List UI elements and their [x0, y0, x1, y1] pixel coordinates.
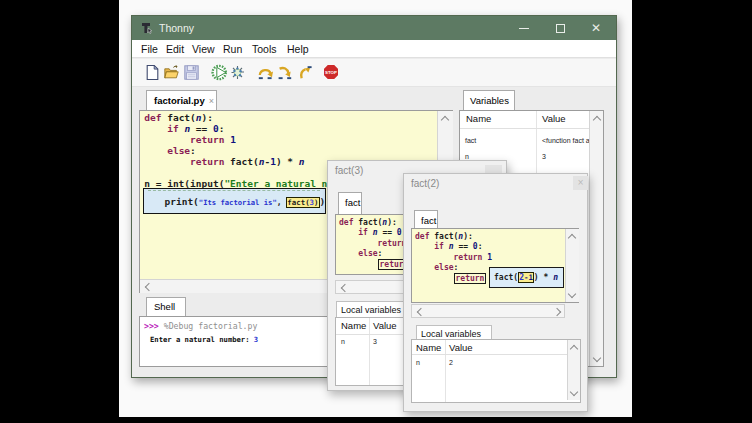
- active-print: print(: [165, 196, 199, 207]
- fact2-lv-text: Local variables: [421, 329, 481, 339]
- fact3-local-variables-label: Local variables: [336, 301, 408, 318]
- close-icon: ✕: [591, 22, 601, 34]
- step-into-icon[interactable]: [277, 64, 294, 81]
- fact2-header-value[interactable]: Value: [449, 342, 473, 353]
- scroll-down-icon[interactable]: [594, 355, 600, 361]
- scroll-left-icon[interactable]: [144, 284, 150, 290]
- tab-close-icon[interactable]: ×: [209, 96, 214, 106]
- shell-tab-label: Shell: [154, 301, 175, 312]
- var-name[interactable]: n: [341, 338, 345, 345]
- maximize-button[interactable]: [542, 16, 578, 40]
- tab-variables[interactable]: Variables: [463, 90, 515, 110]
- fact2-tab[interactable]: fact: [414, 210, 438, 229]
- eval-call-name: fact(: [287, 198, 309, 207]
- active-suffix: ): [320, 196, 326, 207]
- menu-tools[interactable]: Tools: [252, 43, 277, 55]
- active-comma: ,: [277, 198, 287, 207]
- fact3-lv-text: Local variables: [341, 305, 401, 315]
- fact2-table-scroll-thumb[interactable]: [570, 353, 580, 373]
- var-value[interactable]: 3: [542, 153, 546, 160]
- fact2-editor-scrollbar[interactable]: [565, 229, 579, 302]
- menu-view[interactable]: View: [192, 43, 215, 55]
- minimize-button[interactable]: [506, 16, 542, 40]
- fact3-column-divider: [369, 318, 370, 385]
- fact2-table-scrollbar[interactable]: [567, 340, 581, 400]
- fact2-close-icon: ×: [577, 178, 584, 187]
- toolbar: STOP: [132, 59, 616, 87]
- variables-scrollbar[interactable]: [589, 111, 604, 366]
- tab-shell[interactable]: Shell: [146, 297, 186, 316]
- fact2-eval-rest: -1: [524, 273, 533, 282]
- var-value[interactable]: 3: [373, 338, 377, 345]
- fact2-vbox-suffix: ) *: [534, 273, 553, 282]
- scroll-up-icon[interactable]: [594, 115, 600, 121]
- fact3-window-title: fact(3): [335, 165, 363, 176]
- scroll-up-icon[interactable]: [569, 233, 575, 239]
- var-name[interactable]: n: [416, 359, 420, 366]
- svg-text:STOP: STOP: [325, 70, 337, 75]
- fact2-hscroll-thumb[interactable]: [428, 307, 538, 315]
- open-file-icon[interactable]: [163, 64, 180, 81]
- eval-call-box: fact(3): [286, 197, 319, 208]
- fact2-tab-label: fact: [421, 215, 436, 226]
- fact2-vbox-var: n: [553, 273, 558, 282]
- variables-scroll-thumb[interactable]: [593, 127, 603, 187]
- fact3-header-value[interactable]: Value: [373, 320, 397, 331]
- fact2-code-editor[interactable]: def fact(n): if n == 0: return 1 else: r…: [412, 229, 565, 302]
- shell-io-line: Enter a natural number: 3: [150, 335, 258, 344]
- evaluated-string-value: "Its factorial is": [199, 198, 277, 207]
- title-bar[interactable]: Thonny ✕: [132, 16, 616, 40]
- fact3-tab[interactable]: fact: [338, 192, 362, 215]
- variables-tab-label: Variables: [470, 95, 509, 106]
- scroll-up-icon[interactable]: [442, 115, 448, 121]
- fact2-vscroll-thumb[interactable]: [568, 242, 578, 270]
- shell-magic-command: %Debug factorial.py: [164, 321, 258, 331]
- active-statement-box: print("Its factorial is", fact(3)): [143, 188, 326, 214]
- shell-user-input: 3: [254, 335, 258, 344]
- scroll-left-icon[interactable]: [340, 285, 346, 291]
- scroll-down-icon[interactable]: [569, 291, 575, 297]
- var-name[interactable]: fact: [465, 137, 476, 144]
- close-button[interactable]: ✕: [578, 16, 614, 40]
- minimize-icon: [519, 28, 529, 29]
- eval-call-close: ): [314, 198, 318, 207]
- shell-output: Enter a natural number:: [150, 335, 254, 344]
- var-name[interactable]: n: [465, 153, 469, 160]
- debug-icon[interactable]: [229, 64, 246, 81]
- new-file-icon[interactable]: [144, 64, 161, 81]
- stop-icon[interactable]: STOP: [322, 63, 340, 81]
- fact2-close-button[interactable]: ×: [573, 176, 588, 190]
- step-out-icon[interactable]: [296, 64, 313, 81]
- menu-edit[interactable]: Edit: [166, 43, 184, 55]
- scroll-down-icon[interactable]: [571, 389, 577, 395]
- run-icon[interactable]: [211, 64, 228, 81]
- tab-factorial-py[interactable]: factorial.py×: [146, 90, 217, 110]
- active-statement-dashes: [148, 190, 320, 191]
- variables-header-name[interactable]: Name: [466, 113, 491, 124]
- fact2-eval-arg-box: 2-1: [518, 272, 534, 283]
- fact2-header-name[interactable]: Name: [416, 342, 441, 353]
- fact2-value-box: fact(2-1) * n: [489, 267, 564, 289]
- editor-hscroll-thumb[interactable]: [156, 283, 336, 291]
- scroll-up-icon[interactable]: [571, 344, 577, 350]
- fact2-header-underline: [412, 354, 580, 355]
- menu-run[interactable]: Run: [223, 43, 242, 55]
- maximize-icon: [556, 24, 565, 33]
- menu-help[interactable]: Help: [287, 43, 309, 55]
- fact3-header-name[interactable]: Name: [341, 320, 366, 331]
- fact2-vbox-prefix: fact(: [494, 273, 518, 282]
- shell-command-line: >>> %Debug factorial.py: [144, 321, 257, 331]
- save-file-icon[interactable]: [183, 64, 200, 81]
- fact2-column-divider: [445, 340, 446, 402]
- fact2-editor-panel: def fact(n): if n == 0: return 1 else: r…: [411, 228, 579, 303]
- fact2-horizontal-scrollbar[interactable]: [411, 304, 565, 318]
- stage: Thonny ✕ File Edit View Run Tools Help: [0, 0, 752, 423]
- step-over-icon[interactable]: [257, 64, 274, 81]
- scroll-left-icon[interactable]: [416, 309, 422, 315]
- menu-file[interactable]: File: [141, 43, 158, 55]
- var-value[interactable]: 2: [449, 359, 453, 366]
- fact3-tab-label: fact: [345, 197, 360, 208]
- variables-header-value[interactable]: Value: [542, 113, 566, 124]
- scroll-right-icon[interactable]: [554, 309, 560, 315]
- fact2-window: fact(2) × fact def fact(n): if n == 0: r…: [403, 173, 588, 412]
